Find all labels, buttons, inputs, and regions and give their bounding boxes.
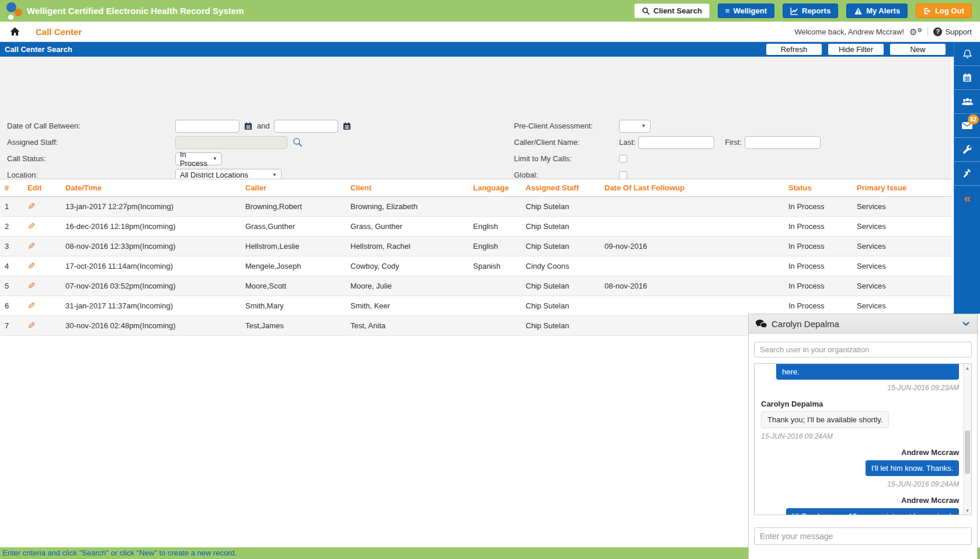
cell-issue: Services xyxy=(857,262,951,270)
edit-cell: ✎ xyxy=(27,320,65,331)
first-name-label: First: xyxy=(725,138,742,147)
cell-status: In Process xyxy=(788,222,857,231)
reports-button[interactable]: Reports xyxy=(783,4,838,18)
cell-num: 4 xyxy=(5,262,27,270)
client-search-button[interactable]: Client Search xyxy=(634,4,710,18)
cell-issue: Services xyxy=(857,301,951,310)
scroll-up-arrow-icon[interactable]: ▲ xyxy=(964,364,971,372)
chat-message-line: 15-JUN-2016 09:23AM xyxy=(761,384,959,392)
chat-message-input[interactable] xyxy=(754,527,972,545)
date-to-input[interactable] xyxy=(274,120,338,133)
chat-sender-name: Carolyn Depalma xyxy=(761,400,959,408)
call-center-search-toolbar: Call Center Search Refresh Hide Filter N… xyxy=(0,42,954,57)
new-button[interactable]: New xyxy=(890,44,946,55)
column-header: Primary Issue xyxy=(857,183,951,192)
chat-timestamp: 15-JUN-2016 09:23AM xyxy=(761,384,959,392)
global-checkbox[interactable] xyxy=(619,171,627,179)
and-label: and xyxy=(257,121,270,130)
assigned-staff-label: Assigned Staff: xyxy=(7,138,175,147)
sidebar-collapse-toggle[interactable]: « xyxy=(954,186,980,210)
gears-icon[interactable]: ⚙⚙ xyxy=(909,27,922,36)
first-name-input[interactable] xyxy=(745,136,821,149)
date-of-call-label: Date of Call Between: xyxy=(7,121,175,130)
breadcrumb-call-center[interactable]: Call Center xyxy=(36,27,82,37)
pre-client-assessment-select[interactable]: ▼ xyxy=(619,120,651,133)
location-label: Location: xyxy=(7,171,175,179)
sidebar-item-calendar[interactable] xyxy=(954,66,980,90)
cell-language: English xyxy=(473,222,526,231)
last-name-label: Last: xyxy=(619,138,635,147)
cell-caller: Smith,Mary xyxy=(245,301,350,310)
search-icon xyxy=(642,7,650,15)
calendar-icon xyxy=(962,72,972,83)
filter-pre-client-assessment: Pre-Client Assessment: ▼ xyxy=(514,119,651,133)
chat-bubble: Hi Carolyn, your 10am appointment has ar… xyxy=(786,508,959,515)
cell-followup: 08-nov-2016 xyxy=(604,282,788,290)
app-header: Welligent Certified Electronic Health Re… xyxy=(0,0,980,22)
edit-pencil-icon[interactable]: ✎ xyxy=(27,300,35,311)
chat-header[interactable]: Carolyn Depalma xyxy=(749,314,977,334)
assigned-staff-input[interactable] xyxy=(175,136,287,149)
date-from-input[interactable] xyxy=(175,120,239,133)
logo-circle-orange xyxy=(15,9,22,16)
calendar-icon[interactable] xyxy=(342,121,352,131)
calendar-icon[interactable] xyxy=(244,121,253,131)
scroll-down-arrow-icon[interactable]: ▼ xyxy=(964,506,971,515)
limit-to-my-calls-checkbox[interactable] xyxy=(619,155,627,163)
chevron-down-icon[interactable] xyxy=(961,319,971,328)
edit-pencil-icon[interactable]: ✎ xyxy=(27,280,35,291)
cell-staff: Cindy Coons xyxy=(526,262,604,270)
header-buttons: Client Search ≡ Welligent Reports My Ale… xyxy=(634,4,980,18)
column-header: # xyxy=(5,183,27,192)
table-row: 2✎16-dec-2016 12:18pm(Incoming)Grass,Gun… xyxy=(0,217,951,237)
welligent-logo xyxy=(0,0,26,22)
chat-message-line: Andrew Mccraw xyxy=(761,496,959,505)
log-out-button[interactable]: Log Out xyxy=(916,4,972,18)
cell-status: In Process xyxy=(788,262,857,270)
sidebar-item-tools[interactable] xyxy=(954,138,980,162)
table-row: 3✎08-nov-2016 12:33pm(Incoming)Hellstrom… xyxy=(0,237,951,256)
cell-status: In Process xyxy=(788,282,857,290)
edit-pencil-icon[interactable]: ✎ xyxy=(27,261,35,272)
home-icon[interactable] xyxy=(9,26,20,37)
welcome-bar: Call Center Welcome back, Andrew Mccraw!… xyxy=(0,22,980,42)
refresh-button[interactable]: Refresh xyxy=(766,44,822,55)
last-name-input[interactable] xyxy=(638,136,714,149)
cell-client: Cowboy, Cody xyxy=(350,262,473,270)
cell-client: Moore, Julie xyxy=(350,282,473,290)
cell-datetime: 31-jan-2017 11:37am(Incoming) xyxy=(65,301,245,310)
cell-staff: Chip Sutelan xyxy=(526,222,604,231)
edit-pencil-icon[interactable]: ✎ xyxy=(27,320,35,331)
filter-caller-client-name: Caller/Client Name: Last: First: xyxy=(514,136,821,149)
sidebar-item-compliance[interactable] xyxy=(954,162,980,186)
magnifier-icon[interactable] xyxy=(293,137,303,147)
cell-num: 2 xyxy=(5,222,27,231)
chat-timestamp: 15-JUN-2016 09:24AM xyxy=(761,480,959,488)
cell-language: Spanish xyxy=(473,262,526,270)
sidebar-item-messages[interactable]: 82 xyxy=(954,114,980,138)
cell-caller: Browning,Robert xyxy=(245,202,350,211)
chat-user-search-input[interactable] xyxy=(754,342,972,357)
cell-datetime: 08-nov-2016 12:33pm(Incoming) xyxy=(65,242,245,251)
sidebar-item-contacts[interactable] xyxy=(954,90,980,114)
cell-issue: Services xyxy=(857,242,951,251)
sidebar-item-notifications[interactable] xyxy=(954,42,980,66)
my-alerts-label: My Alerts xyxy=(866,6,900,15)
call-status-label: Call Status: xyxy=(7,154,175,163)
edit-pencil-icon[interactable]: ✎ xyxy=(27,201,35,212)
support-link[interactable]: ? Support xyxy=(933,27,972,36)
call-status-select[interactable]: In Process ▼ xyxy=(175,152,222,165)
hide-filter-button[interactable]: Hide Filter xyxy=(828,44,884,55)
cell-client: Browning, Elizabeth xyxy=(350,202,473,211)
my-alerts-button[interactable]: My Alerts xyxy=(846,4,908,18)
table-row: 4✎17-oct-2016 11:14am(Incoming)Mengele,J… xyxy=(0,256,951,276)
edit-pencil-icon[interactable]: ✎ xyxy=(27,241,35,252)
edit-pencil-icon[interactable]: ✎ xyxy=(27,221,35,232)
cell-caller: Moore,Scott xyxy=(245,282,350,290)
chat-scrollbar[interactable]: ▲ ▼ xyxy=(963,364,971,515)
welligent-menu-button[interactable]: ≡ Welligent xyxy=(718,4,774,18)
cell-caller: Grass,Gunther xyxy=(245,222,350,231)
chat-timestamp: 15-JUN-2016 09:24AM xyxy=(761,432,959,440)
scrollbar-thumb[interactable] xyxy=(965,430,970,474)
column-header: Assigned Staff xyxy=(526,183,604,192)
